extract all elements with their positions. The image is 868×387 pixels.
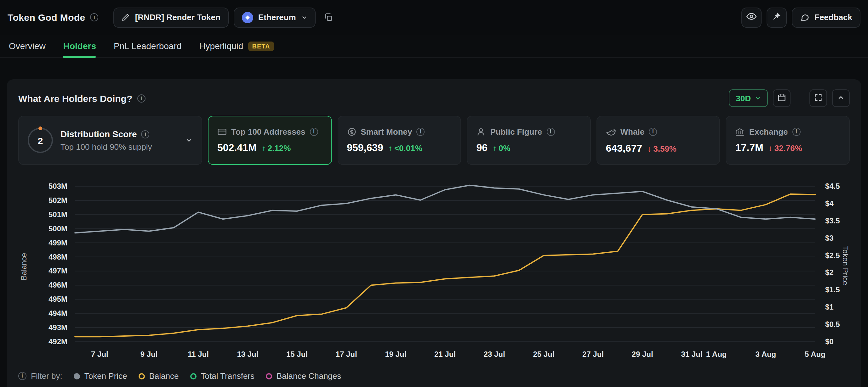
stat-card-whale[interactable]: Whale i 643,677 ↓3.59% xyxy=(596,116,720,165)
token-god-mode-page: Token God Mode i [RNDR] Render Token ◆ E… xyxy=(0,0,868,387)
pin-icon xyxy=(772,12,781,23)
info-icon[interactable]: i xyxy=(137,94,146,102)
legend-item-balance-changes[interactable]: Balance Changes xyxy=(266,371,341,381)
info-icon[interactable]: i xyxy=(649,128,657,136)
pencil-icon xyxy=(122,13,130,22)
info-icon[interactable]: i xyxy=(793,128,801,136)
id-card-icon xyxy=(217,127,227,137)
tab-hyperliquid[interactable]: Hyperliquid BETA xyxy=(199,35,274,57)
svg-text:497M: 497M xyxy=(49,267,67,275)
legend-label: Total Transfers xyxy=(201,371,255,381)
svg-text:493M: 493M xyxy=(49,323,67,331)
tab-overview[interactable]: Overview xyxy=(9,35,46,57)
stat-label: Whale xyxy=(620,127,645,137)
balance-changes-swatch-icon xyxy=(266,373,272,379)
svg-text:499M: 499M xyxy=(49,239,67,247)
tab-pnl-leaderboard[interactable]: PnL Leaderboard xyxy=(114,35,181,57)
legend-item-token-price[interactable]: Token Price xyxy=(74,371,127,381)
top-bar: Token God Mode i [RNDR] Render Token ◆ E… xyxy=(0,0,868,35)
svg-text:7 Jul: 7 Jul xyxy=(91,350,108,358)
chevron-up-icon xyxy=(837,94,845,103)
chevron-down-icon xyxy=(301,14,307,21)
svg-text:25 Jul: 25 Jul xyxy=(533,350,554,358)
panel-controls: 30D xyxy=(729,90,850,107)
svg-text:$2.5: $2.5 xyxy=(825,251,840,259)
trend-arrow-icon: ↓ xyxy=(769,143,773,153)
page-title: Token God Mode xyxy=(7,12,85,23)
svg-text:500M: 500M xyxy=(49,224,67,233)
stat-label: Exchange xyxy=(749,127,788,137)
svg-text:$2: $2 xyxy=(825,268,834,277)
svg-text:503M: 503M xyxy=(49,182,67,190)
panel-title: What Are Holders Doing? xyxy=(18,93,132,104)
time-range-selector[interactable]: 30D xyxy=(729,90,768,107)
svg-text:$4: $4 xyxy=(825,199,834,208)
token-price-swatch-icon xyxy=(74,373,80,379)
tab-label: PnL Leaderboard xyxy=(114,41,181,51)
collapse-button[interactable] xyxy=(832,90,850,107)
svg-text:31 Jul: 31 Jul xyxy=(681,350,702,358)
stat-card-public-figure[interactable]: Public Figure i 96 ↑0% xyxy=(467,116,591,165)
distribution-score-card[interactable]: 2 Distribution Score i Top 100 hold 90% … xyxy=(18,116,202,165)
info-icon[interactable]: i xyxy=(142,130,150,138)
svg-text:495M: 495M xyxy=(49,295,67,303)
svg-text:9 Jul: 9 Jul xyxy=(141,350,158,358)
fullscreen-icon xyxy=(814,93,823,104)
svg-text:17 Jul: 17 Jul xyxy=(336,350,357,358)
tab-bar: Overview Holders PnL Leaderboard Hyperli… xyxy=(0,35,868,58)
stat-card-top-100-addresses[interactable]: Top 100 Addresses i 502.41M ↑2.12% xyxy=(208,116,332,165)
svg-text:498M: 498M xyxy=(49,253,67,261)
calendar-button[interactable] xyxy=(773,90,790,107)
svg-text:494M: 494M xyxy=(49,309,67,317)
stat-value: 96 xyxy=(476,142,488,153)
chain-select-button[interactable]: ◆ Ethereum xyxy=(234,7,316,27)
svg-text:496M: 496M xyxy=(49,281,67,289)
chevron-down-icon[interactable] xyxy=(185,137,193,144)
trend-arrow-icon: ↓ xyxy=(647,144,651,153)
stat-card-exchange[interactable]: Exchange i 17.7M ↓32.76% xyxy=(726,116,850,165)
change-badge: ↑2.12% xyxy=(262,143,291,153)
person-icon xyxy=(476,127,486,137)
filter-by-label: i Filter by: xyxy=(18,371,62,381)
info-icon[interactable]: i xyxy=(310,128,318,136)
info-icon[interactable]: i xyxy=(547,128,555,136)
watchlist-eye-button[interactable] xyxy=(741,7,762,27)
tab-holders[interactable]: Holders xyxy=(63,35,96,57)
svg-text:15 Jul: 15 Jul xyxy=(286,350,308,358)
range-label: 30D xyxy=(736,94,751,103)
eye-icon xyxy=(746,11,756,23)
svg-text:492M: 492M xyxy=(49,337,67,346)
change-badge: ↑<0.01% xyxy=(388,143,422,153)
fullscreen-button[interactable] xyxy=(809,90,827,107)
svg-text:$1.5: $1.5 xyxy=(825,285,840,294)
bank-icon xyxy=(735,127,745,137)
ethereum-icon: ◆ xyxy=(242,12,253,23)
feedback-button[interactable]: Feedback xyxy=(792,7,861,27)
info-icon[interactable]: i xyxy=(416,128,425,136)
balance-swatch-icon xyxy=(138,373,145,379)
change-value: 3.59% xyxy=(653,144,677,153)
balance-price-chart[interactable]: Balance 492M493M494M495M496M497M498M499M… xyxy=(18,175,850,364)
svg-text:23 Jul: 23 Jul xyxy=(484,350,505,358)
chain-button-label: Ethereum xyxy=(258,12,296,22)
legend-item-total-transfers[interactable]: Total Transfers xyxy=(190,371,255,381)
info-icon[interactable]: i xyxy=(90,13,99,22)
info-icon[interactable]: i xyxy=(18,372,27,380)
total-transfers-swatch-icon xyxy=(190,373,196,379)
svg-text:502M: 502M xyxy=(49,196,67,205)
legend-item-balance[interactable]: Balance xyxy=(138,371,179,381)
holders-activity-panel: What Are Holders Doing? i 30D xyxy=(7,79,861,387)
copy-icon[interactable] xyxy=(321,7,337,27)
svg-text:$4.5: $4.5 xyxy=(825,182,840,190)
svg-text:5 Aug: 5 Aug xyxy=(805,350,826,358)
chart-filter-legend: i Filter by: Token Price Balance Total T… xyxy=(18,371,850,381)
svg-text:1 Aug: 1 Aug xyxy=(706,350,727,358)
stat-card-smart-money[interactable]: Smart Money i 959,639 ↑<0.01% xyxy=(337,116,461,165)
token-select-button[interactable]: [RNDR] Render Token xyxy=(114,7,229,27)
distribution-subtitle: Top 100 hold 90% supply xyxy=(60,142,152,152)
calendar-icon xyxy=(777,93,786,104)
trend-arrow-icon: ↑ xyxy=(493,143,497,153)
chart-canvas[interactable]: 492M493M494M495M496M497M498M499M500M501M… xyxy=(18,175,850,366)
pin-button[interactable] xyxy=(767,7,787,27)
trend-arrow-icon: ↑ xyxy=(388,143,393,153)
